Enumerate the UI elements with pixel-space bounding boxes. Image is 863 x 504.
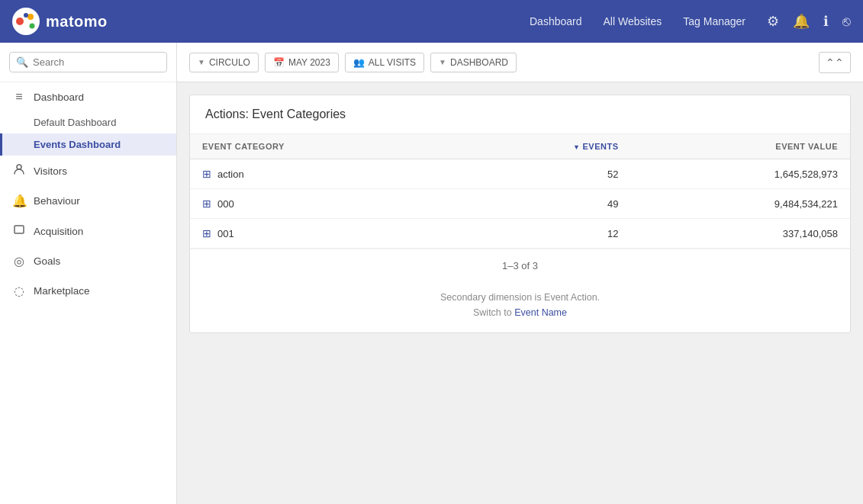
pagination: 1–3 of 3 xyxy=(190,249,850,282)
layout: 🔍 ≡ Dashboard Default Dashboard Events D… xyxy=(0,43,863,504)
switch-to-event-name-link[interactable]: Event Name xyxy=(514,307,567,318)
bell-icon[interactable]: 🔔 xyxy=(793,13,810,30)
sidebar-item-label-behaviour: Behaviour xyxy=(34,195,80,207)
sidebar-item-label-dashboard: Dashboard xyxy=(34,91,84,103)
search-box: 🔍 xyxy=(0,43,176,82)
event-categories-table: EVENT CATEGORY EVENTS EVENT VALUE ⊞ xyxy=(190,134,850,249)
acquisition-icon xyxy=(12,223,26,239)
goals-icon: ◎ xyxy=(12,254,26,268)
secondary-dimension-info: Secondary dimension is Event Action. Swi… xyxy=(190,282,850,332)
row-0-event-value: 1,645,528,973 xyxy=(630,159,850,189)
svg-point-1 xyxy=(16,18,24,25)
sidebar-item-dashboard[interactable]: ≡ Dashboard xyxy=(0,82,176,111)
view-selector-button[interactable]: ▼ DASHBOARD xyxy=(430,53,517,72)
segment-selector-label: ALL VISITS xyxy=(369,57,416,68)
col-event-value[interactable]: EVENT VALUE xyxy=(630,134,850,159)
sidebar-item-acquisition[interactable]: Acquisition xyxy=(0,216,176,246)
logo-area: matomo xyxy=(12,8,108,35)
behaviour-icon: 🔔 xyxy=(12,194,26,208)
content-area: Actions: Event Categories EVENT CATEGORY… xyxy=(177,82,863,504)
table-body: ⊞ action 52 1,645,528,973 xyxy=(190,159,850,249)
site-selector-label: CIRCULO xyxy=(209,57,250,68)
visitors-icon xyxy=(12,163,26,178)
sidebar-item-visitors[interactable]: Visitors xyxy=(0,156,176,186)
view-selector-arrow: ▼ xyxy=(439,58,446,66)
top-nav: matomo Dashboard All Websites Tag Manage… xyxy=(0,0,863,43)
nav-link-dashboard[interactable]: Dashboard xyxy=(530,15,582,27)
sidebar-item-label-visitors: Visitors xyxy=(34,165,67,177)
row-2-category: ⊞ 001 xyxy=(190,219,456,249)
sidebar-item-marketplace[interactable]: ◌ Marketplace xyxy=(0,276,176,306)
nav-link-all-websites[interactable]: All Websites xyxy=(604,15,662,27)
sidebar-section: ≡ Dashboard Default Dashboard Events Das… xyxy=(0,82,176,306)
row-1-event-value: 9,484,534,221 xyxy=(630,189,850,219)
row-0-events: 52 xyxy=(456,159,630,189)
date-selector-button[interactable]: 📅 MAY 2023 xyxy=(265,53,339,72)
svg-point-5 xyxy=(17,165,21,169)
row-1-category: ⊞ 000 xyxy=(190,189,456,219)
sidebar-item-label-goals: Goals xyxy=(34,255,60,267)
table-header: EVENT CATEGORY EVENTS EVENT VALUE xyxy=(190,134,850,159)
card-title: Actions: Event Categories xyxy=(190,95,850,134)
col-events[interactable]: EVENTS xyxy=(456,134,630,159)
search-icon: 🔍 xyxy=(16,56,28,68)
search-input[interactable] xyxy=(33,56,160,68)
table-row: ⊞ 001 12 337,140,058 xyxy=(190,219,850,249)
row-1-events: 49 xyxy=(456,189,630,219)
sidebar-subitem-default-dashboard[interactable]: Default Dashboard xyxy=(0,111,176,133)
logout-icon[interactable]: ⎋ xyxy=(842,14,851,30)
nav-link-tag-manager[interactable]: Tag Manager xyxy=(683,15,745,27)
site-selector-arrow: ▼ xyxy=(198,58,205,66)
view-selector-label: DASHBOARD xyxy=(450,57,508,68)
info-icon[interactable]: ℹ xyxy=(823,13,829,30)
top-nav-links: Dashboard All Websites Tag Manager xyxy=(530,15,745,27)
main-content: ▼ CIRCULO 📅 MAY 2023 👥 ALL VISITS ▼ DASH… xyxy=(177,43,863,504)
table-row: ⊞ action 52 1,645,528,973 xyxy=(190,159,850,189)
sidebar-item-behaviour[interactable]: 🔔 Behaviour xyxy=(0,186,176,216)
segment-selector-button[interactable]: 👥 ALL VISITS xyxy=(345,53,424,72)
sidebar: 🔍 ≡ Dashboard Default Dashboard Events D… xyxy=(0,43,177,504)
table-container: EVENT CATEGORY EVENTS EVENT VALUE ⊞ xyxy=(190,134,850,332)
svg-rect-6 xyxy=(14,226,24,233)
row-2-event-value: 337,140,058 xyxy=(630,219,850,249)
sidebar-item-goals[interactable]: ◎ Goals xyxy=(0,246,176,276)
col-event-category[interactable]: EVENT CATEGORY xyxy=(190,134,456,159)
date-selector-label: MAY 2023 xyxy=(288,57,330,68)
row-2-events: 12 xyxy=(456,219,630,249)
dashboard-icon: ≡ xyxy=(12,90,26,104)
search-input-wrap[interactable]: 🔍 xyxy=(9,52,167,72)
calendar-icon: 📅 xyxy=(273,57,285,68)
svg-point-2 xyxy=(27,14,34,20)
expand-icon-0[interactable]: ⊞ xyxy=(202,168,211,180)
settings-icon[interactable]: ⚙ xyxy=(767,13,779,30)
toolbar: ▼ CIRCULO 📅 MAY 2023 👥 ALL VISITS ▼ DASH… xyxy=(177,43,863,82)
site-selector-button[interactable]: ▼ CIRCULO xyxy=(189,53,259,72)
top-nav-icons: ⚙ 🔔 ℹ ⎋ xyxy=(767,13,851,30)
event-categories-card: Actions: Event Categories EVENT CATEGORY… xyxy=(189,95,851,333)
svg-point-3 xyxy=(30,24,35,29)
sidebar-item-label-marketplace: Marketplace xyxy=(34,285,90,297)
expand-icon-2[interactable]: ⊞ xyxy=(202,227,211,239)
marketplace-icon: ◌ xyxy=(12,284,26,298)
collapse-button[interactable]: ⌃⌃ xyxy=(819,52,851,73)
segment-icon: 👥 xyxy=(353,57,365,68)
sidebar-subitem-events-dashboard[interactable]: Events Dashboard xyxy=(0,133,176,156)
table-row: ⊞ 000 49 9,484,534,221 xyxy=(190,189,850,219)
svg-point-4 xyxy=(24,13,28,18)
logo-text: matomo xyxy=(46,13,108,30)
sidebar-item-label-acquisition: Acquisition xyxy=(34,226,83,237)
expand-icon-1[interactable]: ⊞ xyxy=(202,197,211,210)
row-0-category: ⊞ action xyxy=(190,159,456,189)
matomo-logo-icon xyxy=(12,8,40,35)
